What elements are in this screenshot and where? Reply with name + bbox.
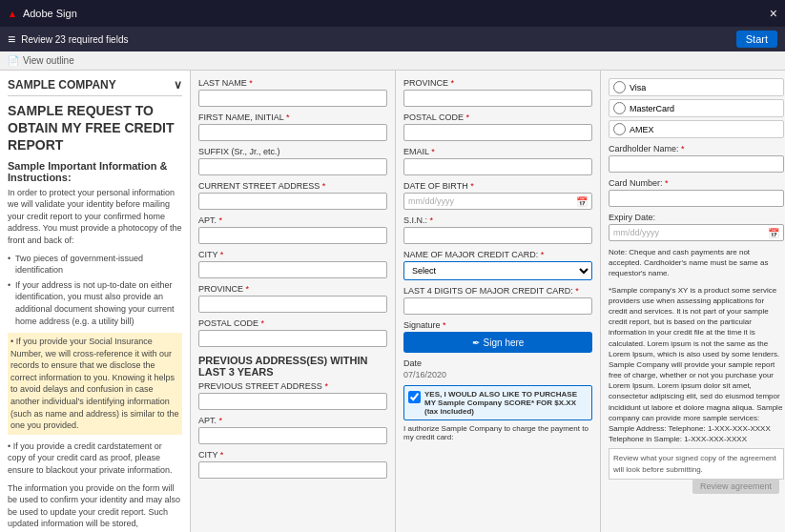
middle-area: LAST NAME * FIRST NAME, INITIAL * SUFFIX… [191,71,785,532]
last-name-input[interactable] [198,90,387,107]
sub-bar: ≡ Review 23 required fields Start [0,27,785,51]
postal-code-input[interactable] [198,330,387,347]
amex-label: AMEX [630,125,654,134]
postal-code2-label: POSTAL CODE * [403,113,592,122]
email-input[interactable] [403,158,592,175]
company-name-header: SAMPLE COMPANY ∨ [8,78,182,96]
sin-input[interactable] [403,227,592,244]
visa-label: Visa [630,83,646,92]
last-name-label: LAST NAME * [198,78,387,88]
left-panel: SAMPLE COMPANY ∨ SAMPLE REQUEST TO OBTAI… [0,71,191,532]
credit-card-name-group: NAME OF MAJOR CREDIT CARD: * Select [403,250,592,280]
list-item: If your address is not up-to-date on eit… [8,279,182,327]
pen-icon: ✒ [472,338,480,348]
document-icon: 📄 [8,55,19,66]
suffix-label: SUFFIX (Sr., Jr., etc.) [198,147,387,156]
purchase-checkbox-label: YES, I WOULD ALSO LIKE TO PURCHASE MY Sa… [424,390,588,416]
date-display-group: Date 07/16/2020 [403,358,592,379]
apt-group: APT. * [198,215,387,244]
province-label: PROVINCE * [198,284,387,294]
sin-label: S.I.N.: * [403,215,592,225]
city-input[interactable] [198,261,387,278]
last4-label: LAST 4 DIGITS OF MAJOR CREDIT CARD: * [403,286,592,296]
province2-group: PROVINCE * [403,78,592,107]
cardholder-name-group: Cardholder Name: * [609,144,784,173]
mastercard-option[interactable]: MasterCard [609,99,784,117]
prev-city-input[interactable] [198,461,387,479]
review-note-text: Review what your signed copy of the agre… [613,454,776,473]
province2-input[interactable] [403,90,592,107]
sin-group: S.I.N.: * [403,215,592,244]
document-title: SAMPLE REQUEST TO OBTAIN MY FREE CREDIT … [8,102,182,154]
sign-here-button[interactable]: ✒ Sign here [403,332,592,353]
view-outline-bar[interactable]: 📄 View outline [0,51,785,71]
last-name-group: LAST NAME * [198,78,387,107]
amex-option[interactable]: AMEX [609,120,784,138]
date-value: 07/16/2020 [403,370,592,379]
apt-label: APT. * [198,215,387,225]
prev-street-input[interactable] [198,393,387,410]
previous-address-section: PREVIOUS ADDRESS(ES) WITHIN LAST 3 YEARS [198,355,387,378]
first-name-input[interactable] [198,124,387,141]
card-options-group: Visa MasterCard AMEX [609,78,784,138]
list-item: Two pieces of government-issued identifi… [8,253,182,276]
province-input[interactable] [198,296,387,313]
view-outline-label: View outline [23,55,74,66]
prev-city-group: CITY * [198,450,387,479]
review-fields-label: Review 23 required fields [21,34,128,45]
prev-street-group: PREVIOUS STREET ADDRESS * [198,381,387,410]
expiry-input-wrapper[interactable]: mm/dd/yyyy 📅 [609,224,784,241]
calendar2-icon: 📅 [768,228,779,238]
mastercard-radio[interactable] [613,102,626,114]
city-label: CITY * [198,250,387,259]
instructions-title: Sample Important Information & Instructi… [8,160,182,183]
purchase-checkbox[interactable] [408,391,421,403]
right-panel: Visa MasterCard AMEX Cardholder Name: * [601,71,785,532]
authorize-text: I authorize Sample Company to charge the… [403,424,592,441]
company-name-text: SAMPLE COMPANY [8,78,116,92]
credit-card-name-label: NAME OF MAJOR CREDIT CARD: * [403,250,592,259]
cardholder-name-input[interactable] [609,155,784,173]
province-group: PROVINCE * [198,284,387,313]
calendar-icon: 📅 [576,196,588,207]
signature-label: Signature * [403,320,592,330]
mastercard-label: MasterCard [630,104,674,113]
privacy-paragraph: The information you provide on the form … [8,482,182,532]
form-panel-1: LAST NAME * FIRST NAME, INITIAL * SUFFIX… [191,71,396,532]
card-number-input[interactable] [609,190,784,207]
current-address-group: CURRENT STREET ADDRESS * [198,181,387,210]
cardholder-name-label: Cardholder Name: * [609,144,784,153]
amex-radio[interactable] [613,123,626,135]
visa-radio[interactable] [613,81,626,93]
sub-bar-left: ≡ Review 23 required fields [8,31,128,47]
card-number-group: Card Number: * [609,178,784,207]
email-label: EMAIL * [403,147,592,156]
visa-option[interactable]: Visa [609,78,784,96]
postal-code2-input[interactable] [403,124,592,141]
start-button[interactable]: Start [736,31,777,48]
current-address-label: CURRENT STREET ADDRESS * [198,181,387,191]
prev-apt-input[interactable] [198,427,387,444]
last4-group: LAST 4 DIGITS OF MAJOR CREDIT CARD: * [403,286,592,315]
dob-placeholder: mm/dd/yyyy [408,196,576,206]
postal-code-label: POSTAL CODE * [198,318,387,328]
intro-paragraph: In order to protect your personal inform… [8,187,182,247]
postal-code-group: POSTAL CODE * [198,318,387,347]
apt-input[interactable] [198,227,387,244]
last4-input[interactable] [403,297,592,315]
suffix-input[interactable] [198,158,387,175]
review-agreement-button[interactable]: Review agreement [692,479,779,494]
menu-icon[interactable]: ≡ [8,31,15,47]
purchase-checkbox-row[interactable]: YES, I WOULD ALSO LIKE TO PURCHASE MY Sa… [403,385,592,420]
form-panel-2: PROVINCE * POSTAL CODE * EMAIL * DATE OF… [396,71,601,532]
email-group: EMAIL * [403,147,592,175]
top-bar: ▲ Adobe Sign × [0,0,785,27]
credit-card-select[interactable]: Select [403,261,592,280]
adobe-logo: ▲ [8,9,17,19]
current-address-input[interactable] [198,193,387,210]
close-button[interactable]: × [770,6,777,21]
expiry-placeholder: mm/dd/yyyy [613,228,768,237]
review-area: Review what your signed copy of the agre… [609,448,784,479]
prev-apt-label: APT. * [198,416,387,425]
dob-input-wrapper[interactable]: mm/dd/yyyy 📅 [403,193,592,210]
